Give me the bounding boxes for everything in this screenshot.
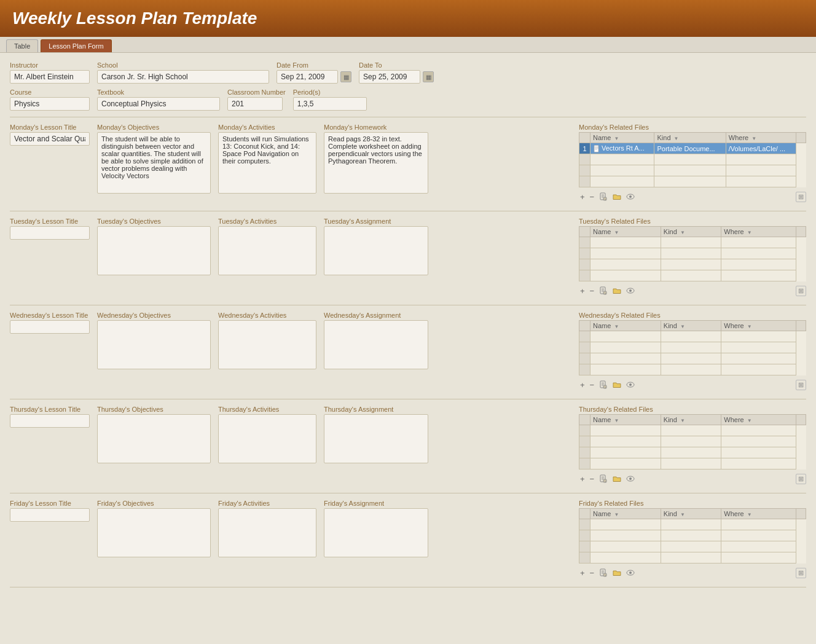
wednesday-col-name[interactable]: Name ▼ [590,321,661,331]
monday-hw-textarea[interactable]: Read pags 28-32 in text. Complete worksh… [324,132,428,194]
thursday-add-file-btn[interactable]: + [579,475,586,483]
wednesday-hw-textarea[interactable] [324,320,428,369]
thursday-col-kind[interactable]: Kind ▼ [661,415,721,425]
tuesday-hw-textarea[interactable] [324,226,428,275]
thursday-obj-textarea[interactable] [97,414,211,463]
periods-input[interactable] [293,97,367,111]
friday-obj-label: Friday's Objectives [97,500,211,507]
friday-act-textarea[interactable] [218,508,316,557]
course-input[interactable] [10,97,90,111]
monday-resize-btn[interactable]: ⊞ [796,192,806,202]
wednesday-obj-textarea[interactable] [97,320,211,369]
monday-obj-textarea[interactable]: The student will be able to distinguish … [97,132,211,194]
thursday-act-textarea[interactable] [218,414,316,463]
tuesday-remove-file-btn[interactable]: − [589,287,596,295]
monday-col-where[interactable]: Where ▼ [726,133,796,143]
wednesday-col-kind[interactable]: Kind ▼ [661,321,721,331]
thursday-resize-btn[interactable]: ⊞ [796,474,806,484]
thursday-col-name[interactable]: Name ▼ [590,415,661,425]
tuesday-title-input[interactable] [10,226,90,240]
thursday-hw-textarea[interactable] [324,414,428,463]
file-row-empty [579,425,806,436]
wednesday-remove-file-btn[interactable]: − [589,381,596,389]
tab-table[interactable]: Table [6,39,38,52]
friday-hw-textarea[interactable] [324,508,428,557]
file-row[interactable]: 1 Vectors Rt A... Portable Docume... /Vo… [579,143,806,154]
svg-point-5 [629,195,632,198]
wednesday-preview-btn[interactable] [625,381,636,389]
tuesday-obj-textarea[interactable] [97,226,211,275]
wednesday-add-file-btn[interactable]: + [579,381,586,389]
friday-new-doc-btn[interactable]: + [598,568,609,578]
tuesday-add-file-btn[interactable]: + [579,287,586,295]
friday-remove-file-btn[interactable]: − [589,569,596,577]
friday-title-input[interactable] [10,508,90,522]
friday-resize-btn[interactable]: ⊞ [796,568,806,578]
main-content: Instructor School Date From ▦ Date To ▦ … [0,53,816,602]
tuesday-col-where[interactable]: Where ▼ [721,227,796,237]
friday-folder-btn[interactable] [611,569,622,578]
friday-obj-textarea[interactable] [97,508,211,557]
thursday-title-input[interactable] [10,414,90,428]
thursday-new-doc-btn[interactable]: + [598,474,609,484]
monday-main-cols: Monday's Lesson Title Monday's Objective… [10,124,571,194]
tuesday-folder-btn[interactable] [611,287,622,296]
tuesday-preview-btn[interactable] [625,287,636,295]
wednesday-folder-btn[interactable] [611,381,622,390]
textbook-input[interactable] [97,97,220,111]
wednesday-act-textarea[interactable] [218,320,316,369]
thursday-preview-btn[interactable] [625,475,636,483]
monday-remove-file-btn[interactable]: − [589,193,596,201]
day-section-monday: Monday's Lesson Title Monday's Objective… [10,124,806,211]
wednesday-title-input[interactable] [10,320,90,334]
wednesday-new-doc-btn[interactable]: + [598,380,609,390]
date-to-calendar-icon[interactable]: ▦ [423,71,434,82]
thursday-title-field: Thursday's Lesson Title [10,406,90,463]
friday-preview-btn[interactable] [625,569,636,577]
tuesday-new-doc-btn[interactable]: + [598,286,609,296]
monday-col-kind[interactable]: Kind ▼ [654,133,726,143]
periods-label: Period(s) [293,88,367,96]
friday-add-file-btn[interactable]: + [579,569,586,577]
tuesday-act-textarea[interactable] [218,226,316,275]
file-row-empty [579,519,806,530]
date-from-calendar-icon[interactable]: ▦ [340,71,351,82]
date-from-wrapper: ▦ [277,70,351,84]
monday-act-label: Monday's Activities [218,124,316,131]
thursday-obj-label: Thursday's Objectives [97,406,211,413]
date-to-wrapper: ▦ [359,70,434,84]
thursday-col-where[interactable]: Where ▼ [721,415,796,425]
thursday-remove-file-btn[interactable]: − [589,475,596,483]
tuesday-col-name[interactable]: Name ▼ [590,227,661,237]
monday-add-file-btn[interactable]: + [579,193,586,201]
instructor-input[interactable] [10,70,90,84]
date-to-input[interactable] [359,70,420,84]
thursday-folder-btn[interactable] [611,475,622,484]
tuesday-col-kind[interactable]: Kind ▼ [661,227,721,237]
classroom-input[interactable] [227,97,283,111]
date-from-input[interactable] [277,70,338,84]
thursday-hw-field: Thursday's Assignment [324,406,428,463]
date-to-field: Date To ▦ [359,61,434,84]
wednesday-title-label: Wednesday's Lesson Title [10,312,90,319]
tuesday-resize-btn[interactable]: ⊞ [796,286,806,296]
tab-lesson-plan-form[interactable]: Lesson Plan Form [41,39,111,52]
wednesday-resize-btn[interactable]: ⊞ [796,380,806,390]
monday-new-doc-btn[interactable]: + [598,192,609,202]
tuesday-files-toolbar: + − + ⊞ [579,285,806,297]
tuesday-title-field: Tuesday's Lesson Title [10,218,90,275]
monday-act-textarea[interactable]: Students will run Simulations 13: Coconu… [218,132,316,194]
file-row-empty [579,541,806,552]
monday-folder-btn[interactable] [611,193,622,202]
wednesday-col-where[interactable]: Where ▼ [721,321,796,331]
school-input[interactable] [97,70,269,84]
course-field: Course [10,88,90,111]
wednesday-act-label: Wednesday's Activities [218,312,316,319]
friday-col-where[interactable]: Where ▼ [721,509,796,519]
friday-col-kind[interactable]: Kind ▼ [661,509,721,519]
monday-preview-btn[interactable] [625,193,636,201]
monday-col-name[interactable]: Name ▼ [590,133,654,143]
friday-col-name[interactable]: Name ▼ [590,509,661,519]
svg-point-15 [629,383,632,386]
monday-title-input[interactable] [10,132,90,146]
